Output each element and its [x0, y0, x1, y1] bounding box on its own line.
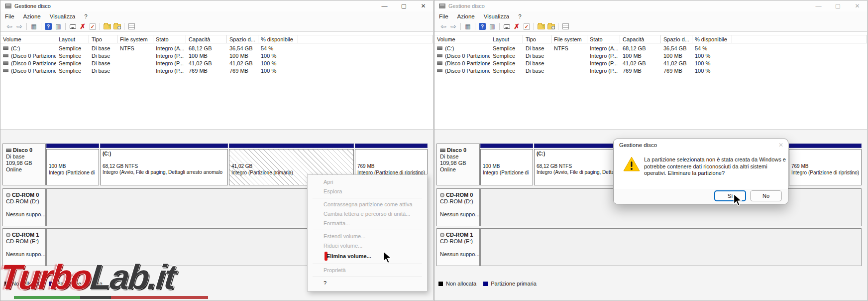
- toolbar-separator: [475, 23, 475, 30]
- menu-help[interactable]: ?: [514, 12, 526, 20]
- menu-azione[interactable]: Azione: [453, 12, 479, 20]
- rescan-folder-icon[interactable]: [112, 22, 122, 31]
- menu-bar: File Azione Visualizza ?: [434, 11, 867, 21]
- partition-primary-bar: [355, 144, 428, 148]
- menu-help[interactable]: ?: [80, 12, 92, 20]
- partition-system-100mb[interactable]: 100 MB Integro (Partizione di: [480, 144, 533, 185]
- forward-icon[interactable]: ⇨: [14, 22, 24, 31]
- refresh-folder-icon[interactable]: ↑: [536, 22, 546, 31]
- partition-system-100mb[interactable]: 100 MB Integro (Partizione di: [46, 144, 99, 185]
- toolbar-separator: [499, 23, 500, 30]
- column-header-capacita[interactable]: Capacità: [620, 35, 661, 43]
- menu-file[interactable]: File: [0, 12, 19, 20]
- no-button[interactable]: No: [750, 190, 782, 201]
- menu-item-contrassegna[interactable]: Contrassegna partizione come attiva: [308, 200, 427, 209]
- volume-row-partition2[interactable]: (Disco 0 Partizione... Semplice Di base …: [0, 59, 433, 67]
- volume-row-partition2[interactable]: (Disco 0 Partizione... Semplice Di base …: [434, 59, 867, 67]
- column-header-spazio[interactable]: Spazio d...: [227, 35, 258, 43]
- properties-icon[interactable]: [126, 22, 136, 31]
- close-button[interactable]: ✕: [848, 0, 867, 11]
- menu-item-formatta[interactable]: Formatta...: [308, 219, 427, 228]
- cdrom0-label-cell[interactable]: CD-ROM 0 CD-ROM (D:) Nessun suppo...: [2, 188, 46, 226]
- menu-visualizza[interactable]: Visualizza: [45, 12, 80, 20]
- check-properties-icon[interactable]: ✓: [88, 22, 98, 31]
- minimize-button[interactable]: —: [809, 0, 828, 11]
- rescan-folder-icon[interactable]: [546, 22, 556, 31]
- console-tree-icon[interactable]: ▦: [29, 22, 39, 31]
- back-icon[interactable]: ⇦: [438, 22, 448, 31]
- column-header-disponibile[interactable]: % disponibile: [258, 35, 298, 43]
- toolbar-separator: [65, 23, 66, 30]
- partition-c[interactable]: (C:) 68,12 GB NTFS Integro (Avvio, File …: [100, 144, 228, 185]
- title-bar[interactable]: Gestione disco — ▢ ✕: [0, 0, 433, 11]
- popup-window-icon[interactable]: [68, 22, 78, 31]
- column-header-volume[interactable]: Volume: [434, 35, 490, 43]
- column-header-disponibile[interactable]: % disponibile: [692, 35, 732, 43]
- action-pane-icon[interactable]: ▥: [487, 22, 497, 31]
- maximize-button[interactable]: ▢: [828, 0, 848, 11]
- volume-icon: [437, 61, 442, 65]
- column-header-layout[interactable]: Layout: [490, 35, 523, 43]
- properties-icon[interactable]: [560, 22, 570, 31]
- back-icon[interactable]: ⇦: [4, 22, 14, 31]
- column-header-filesystem[interactable]: File system: [117, 35, 153, 43]
- help-icon[interactable]: ?: [477, 22, 487, 31]
- check-properties-icon[interactable]: ✓: [522, 22, 532, 31]
- menu-item-elimina-volume[interactable]: Elimina volume...: [308, 251, 427, 262]
- volume-row-partition1[interactable]: (Disco 0 Partizione... Semplice Di base …: [0, 52, 433, 59]
- column-header-layout[interactable]: Layout: [56, 35, 89, 43]
- popup-window-icon[interactable]: [502, 22, 512, 31]
- column-header-stato[interactable]: Stato: [153, 35, 186, 43]
- partition-recovery-769mb[interactable]: 769 MB Integro (Partizione di ripristino…: [789, 144, 862, 185]
- help-icon[interactable]: ?: [43, 22, 53, 31]
- menu-item-estendi-volume[interactable]: Estendi volume...: [308, 232, 427, 241]
- menu-visualizza[interactable]: Visualizza: [479, 12, 514, 20]
- legend: Non allocata Partizione primaria: [438, 281, 537, 287]
- title-bar[interactable]: Gestione disco — ▢ ✕: [434, 0, 867, 11]
- cdrom1-label-cell[interactable]: CD-ROM 1 CD-ROM (E:) Nessun suppo...: [436, 228, 480, 266]
- cdrom1-empty-area[interactable]: [480, 228, 862, 266]
- disk0-type: Di base: [440, 153, 479, 160]
- maximize-button[interactable]: ▢: [394, 0, 414, 11]
- volume-row-partition1[interactable]: (Disco 0 Partizione... Semplice Di base …: [434, 52, 867, 59]
- menu-azione[interactable]: Azione: [19, 12, 45, 20]
- column-header-filesystem[interactable]: File system: [551, 35, 587, 43]
- refresh-folder-icon[interactable]: ↑: [102, 22, 112, 31]
- cdrom-icon: [6, 193, 10, 197]
- delete-volume-icon[interactable]: ✗: [78, 22, 88, 31]
- volume-row-c[interactable]: (C:) Semplice Di base NTFS Integro (A...…: [0, 44, 433, 52]
- menu-file[interactable]: File: [434, 12, 453, 20]
- cdrom0-drive: CD-ROM (D:): [6, 198, 45, 205]
- action-pane-icon[interactable]: ▥: [53, 22, 63, 31]
- column-header-tipo[interactable]: Tipo: [523, 35, 551, 43]
- legend-unallocated-label: Non allocata: [12, 281, 42, 287]
- disk0-label-cell[interactable]: Disco 0 Di base 109,98 GB Online: [2, 144, 46, 185]
- partition-primary-bar: [46, 144, 99, 148]
- menu-separator: [313, 230, 422, 230]
- menu-item-apri[interactable]: Apri: [308, 177, 427, 187]
- legend-primary-swatch: [483, 282, 488, 286]
- menu-item-proprieta[interactable]: Proprietà: [308, 266, 427, 275]
- close-button[interactable]: ✕: [414, 0, 433, 11]
- volume-row-partition3[interactable]: (Disco 0 Partizione... Semplice Di base …: [434, 67, 867, 74]
- cdrom-icon: [440, 193, 444, 197]
- cdrom0-label-cell[interactable]: CD-ROM 0 CD-ROM (D:) Nessun suppo...: [436, 188, 480, 226]
- column-header-volume[interactable]: Volume: [0, 35, 56, 43]
- disk0-size: 109,98 GB: [6, 160, 45, 166]
- cdrom1-label-cell[interactable]: CD-ROM 1 CD-ROM (E:) Nessun suppo...: [2, 228, 46, 266]
- console-tree-icon[interactable]: ▦: [463, 22, 473, 31]
- disk0-label-cell[interactable]: Disco 0 Di base 109,98 GB Online: [436, 144, 480, 185]
- column-header-capacita[interactable]: Capacità: [186, 35, 227, 43]
- menu-item-riduci-volume[interactable]: Riduci volume...: [308, 241, 427, 251]
- column-header-tipo[interactable]: Tipo: [89, 35, 117, 43]
- menu-item-esplora[interactable]: Esplora: [308, 187, 427, 196]
- column-header-stato[interactable]: Stato: [587, 35, 620, 43]
- delete-volume-icon[interactable]: ✗: [512, 22, 522, 31]
- column-header-spazio[interactable]: Spazio d...: [661, 35, 692, 43]
- volume-row-c[interactable]: (C:) Semplice Di base NTFS Integro (A...…: [434, 44, 867, 52]
- menu-item-guida[interactable]: ?: [308, 279, 427, 288]
- volume-row-partition3[interactable]: (Disco 0 Partizione... Semplice Di base …: [0, 67, 433, 74]
- forward-icon[interactable]: ⇨: [448, 22, 458, 31]
- minimize-button[interactable]: —: [375, 0, 394, 11]
- menu-item-cambia-lettera[interactable]: Cambia lettera e percorso di unità...: [308, 209, 427, 219]
